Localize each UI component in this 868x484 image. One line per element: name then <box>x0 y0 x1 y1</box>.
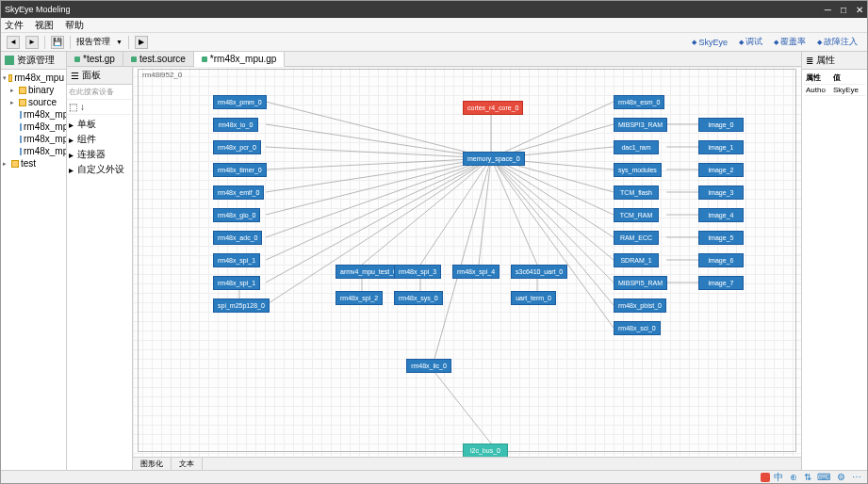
forward-button[interactable]: ► <box>25 36 39 49</box>
tree-item[interactable]: ▸source <box>3 96 64 108</box>
tab-graphic[interactable]: 图形化 <box>133 458 172 470</box>
palette-item[interactable]: ▸单板 <box>69 117 130 132</box>
diagram-canvas[interactable]: rm48l952_0 rm48x_pmm_0rm48x_io_0rm48x_pc… <box>133 67 801 457</box>
editor-bottom-tabs: 图形化 文本 <box>133 457 801 470</box>
diagram-node[interactable]: rm48x_spi_2 <box>336 291 383 305</box>
resource-tree[interactable]: ▾rm48x_mpu▸binary▸sourcerm48x_mpu.gprm48… <box>1 70 66 171</box>
diagram-node[interactable]: image_0 <box>698 118 744 132</box>
diagram-node[interactable]: MIBSPI3_RAM <box>614 118 667 132</box>
tree-item[interactable]: rm48x_mpu.py <box>3 133 64 145</box>
minimize-icon[interactable]: ─ <box>825 5 831 15</box>
diagram-node[interactable]: dac1_ram <box>614 140 659 154</box>
diagram-node[interactable]: image_1 <box>698 140 744 154</box>
close-icon[interactable]: ✕ <box>856 5 863 15</box>
diagram-node[interactable]: rm48x_spi_4 <box>452 265 500 279</box>
palette-item[interactable]: ▸连接器 <box>69 147 130 162</box>
diagram-node[interactable]: rm48x_iic_0 <box>406 359 451 373</box>
diagram-node[interactable]: image_4 <box>698 208 744 222</box>
toolbar: ◄ ► 💾 报告管理 ▼ ▶ SkyEye 调试 覆盖率 故障注入 <box>1 33 867 52</box>
coverage-button[interactable]: 覆盖率 <box>770 35 810 49</box>
tree-item[interactable]: rm48x_mpu.json <box>3 121 64 133</box>
diagram-node[interactable]: rm48x_pmm_0 <box>213 95 267 109</box>
palette-item[interactable]: ▸自定义外设 <box>69 162 130 177</box>
diagram-node[interactable]: rm48x_gio_0 <box>213 208 260 222</box>
diagram-node[interactable]: s3c6410_uart_0 <box>511 265 567 279</box>
diagram-node[interactable]: MIBSPI5_RAM <box>614 276 667 290</box>
diagram-node[interactable]: rm48x_pcr_0 <box>213 140 261 154</box>
tab-text[interactable]: 文本 <box>172 458 203 470</box>
diagram-node[interactable]: rm48x_spi_3 <box>394 265 441 279</box>
diagram-node[interactable]: rm48x_emif_0 <box>213 186 264 200</box>
diagram-node[interactable]: rm48x_spi_1 <box>213 253 260 267</box>
diagram-node[interactable]: uart_term_0 <box>511 291 556 305</box>
statusbar: 中 ⊕ ⇅ ⌨ ⚙ ⋯ <box>1 470 867 483</box>
palette-tree[interactable]: ▸单板▸组件▸连接器▸自定义外设 <box>67 115 132 179</box>
main-area: 资源管理 ▾rm48x_mpu▸binary▸sourcerm48x_mpu.g… <box>1 52 867 470</box>
diagram-node[interactable]: image_3 <box>698 186 744 200</box>
palette-down-icon[interactable]: ↓ <box>80 102 85 112</box>
diagram-node[interactable]: rm48x_adc_0 <box>213 231 262 245</box>
diagram-node[interactable]: rm48x_timer_0 <box>213 163 267 177</box>
diagram-node[interactable]: image_7 <box>698 276 744 290</box>
dropdown-icon[interactable]: ▼ <box>116 39 123 45</box>
editor-tab[interactable]: test.source <box>123 52 194 66</box>
tree-item[interactable]: ▾rm48x_mpu <box>3 72 64 84</box>
report-mgr-label[interactable]: 报告管理 <box>76 36 110 48</box>
palette-icon: ☰ <box>71 71 79 81</box>
run-button[interactable]: ▶ <box>135 36 148 49</box>
diagram-node[interactable]: rm48x_pbist_0 <box>614 298 666 313</box>
fault-inject-button[interactable]: 故障注入 <box>813 35 861 49</box>
diagram-node[interactable]: image_2 <box>698 163 744 177</box>
palette-title: 面板 <box>82 69 101 82</box>
diagram-node[interactable]: sys_modules <box>614 163 662 177</box>
diagram-node[interactable]: memory_space_0 <box>463 152 525 166</box>
diagram-node[interactable]: rm48x_esm_0 <box>614 95 664 109</box>
prop-key: Autho <box>804 85 831 96</box>
properties-header: ≣ 属性 <box>802 52 867 70</box>
palette-select-icon[interactable]: ⬚ <box>69 102 77 112</box>
palette-item[interactable]: ▸组件 <box>69 132 130 147</box>
titlebar: SkyEye Modeling ─ □ ✕ <box>1 1 867 18</box>
maximize-icon[interactable]: □ <box>841 5 846 15</box>
skyeye-button[interactable]: SkyEye <box>688 35 731 49</box>
diagram-node[interactable]: RAM_ECC <box>614 231 659 245</box>
diagram-node[interactable]: image_5 <box>698 231 744 245</box>
menu-view[interactable]: 视图 <box>35 19 54 32</box>
editor-tabs: *test.gptest.source*rm48x_mpu.gp <box>67 52 801 67</box>
separator <box>128 36 129 49</box>
menubar: 文件 视图 帮助 <box>1 18 867 33</box>
diagram-node[interactable]: image_6 <box>698 253 744 267</box>
palette-panel: ☰ 面板 在此搜索设备 ⬚ ↓ ▸单板▸组件▸连接器▸自定义外设 <box>67 67 133 470</box>
editor-tab[interactable]: *test.gp <box>67 52 123 66</box>
tree-item[interactable]: rm48x_mpu.skyeye <box>3 145 64 157</box>
separator <box>44 36 45 49</box>
diagram-node[interactable]: i2c_bus_0 <box>463 444 508 457</box>
palette-header: ☰ 面板 <box>67 67 132 85</box>
properties-table: 属性值 AuthoSkyEye <box>802 70 867 98</box>
diagram-node[interactable]: rm48x_sys_0 <box>394 291 443 305</box>
back-button[interactable]: ◄ <box>7 36 20 49</box>
tree-item[interactable]: rm48x_mpu.gp <box>3 108 64 121</box>
diagram-node[interactable]: spi_m25p128_0 <box>213 298 270 313</box>
diagram-node[interactable]: rm48x_io_0 <box>213 118 258 132</box>
palette-search[interactable]: 在此搜索设备 <box>67 85 132 100</box>
diagram-node[interactable]: TCM_RAM <box>614 208 659 222</box>
status-icons[interactable]: 中 ⊕ ⇅ ⌨ ⚙ ⋯ <box>774 471 863 484</box>
window-title: SkyEye Modeling <box>5 5 825 14</box>
save-button[interactable]: 💾 <box>51 36 64 49</box>
properties-title: 属性 <box>816 54 835 67</box>
diagram-node[interactable]: rm48x_sci_0 <box>614 321 661 335</box>
tree-item[interactable]: ▸binary <box>3 84 64 96</box>
diagram-node[interactable]: armv4_mpu_test_0 <box>336 265 401 279</box>
menu-file[interactable]: 文件 <box>5 19 24 32</box>
editor-tab[interactable]: *rm48x_mpu.gp <box>194 52 286 67</box>
frame-label: rm48l952_0 <box>142 71 182 79</box>
diagram-node[interactable]: rm48x_spi_1 <box>213 276 260 290</box>
diagram-node[interactable]: cortex_r4_core_0 <box>463 101 523 115</box>
diagram-node[interactable]: SDRAM_1 <box>614 253 659 267</box>
debug-button[interactable]: 调试 <box>735 35 766 49</box>
diagram-node[interactable]: TCM_flash <box>614 186 659 200</box>
status-badge-icon[interactable] <box>761 473 770 482</box>
tree-item[interactable]: ▸test <box>3 157 64 169</box>
menu-help[interactable]: 帮助 <box>65 19 84 32</box>
